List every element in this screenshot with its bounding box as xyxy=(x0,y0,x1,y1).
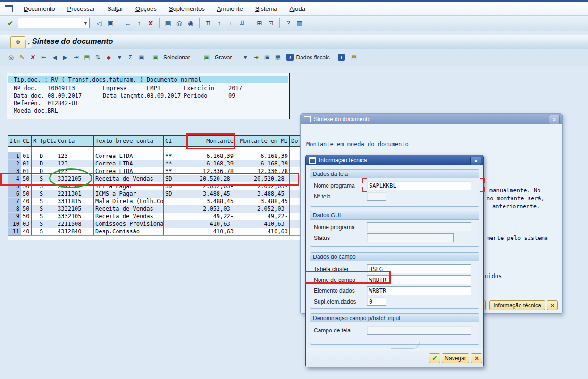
table-row[interactable]: 301D123Correa LTDA**12.336,7812.336,78 xyxy=(8,167,302,175)
page-down-button[interactable]: ↓ xyxy=(225,18,236,29)
command-dropdown-icon[interactable]: ▼ xyxy=(82,18,89,28)
print-button[interactable]: ▤ xyxy=(162,18,174,29)
shortcut-button[interactable]: ⊡ xyxy=(265,18,277,29)
table-row[interactable]: 950S3332105Receita de Vendas49,22-49,22- xyxy=(8,213,302,220)
screen-title-bar: ❖ ▾ Síntese do documento xyxy=(0,35,588,50)
program-name-field[interactable]: SAPLKKBL xyxy=(367,181,471,190)
field-label: Nome programa xyxy=(314,224,367,231)
save-button[interactable]: ▣ xyxy=(105,18,116,29)
print-icon[interactable]: ▤ xyxy=(82,52,92,63)
col-header-montante-mi[interactable]: Montante em MI xyxy=(235,136,290,146)
change-document-icon[interactable]: ✎ xyxy=(17,52,27,63)
col-header-conta[interactable]: Conta xyxy=(56,136,94,146)
table-row[interactable]: 740S3311815Mala Direta (Folh.Co3.488,453… xyxy=(8,198,302,205)
menu-ambiente[interactable]: Ambiente xyxy=(211,4,249,13)
window-menu-icon[interactable] xyxy=(5,5,13,12)
post-icon[interactable]: ◆ xyxy=(103,52,114,63)
find-button[interactable]: ◎ xyxy=(174,18,185,29)
help-text-fragment: mente pelo sistema xyxy=(487,235,548,241)
table-row[interactable]: 101D123Correa LTDA**6.168,396.168,39 xyxy=(8,152,302,160)
exit-button[interactable]: ↑ xyxy=(134,18,145,29)
table-row[interactable]: 550S2211302IPI a PagarSD2.052,03-2.052,0… xyxy=(8,182,302,190)
sort-icon[interactable]: ⇅ xyxy=(92,52,103,63)
menu-suplementos[interactable]: Suplementos xyxy=(163,4,211,13)
data-element-field[interactable]: WRBTR xyxy=(367,286,471,295)
menu-opcoes[interactable]: Opções xyxy=(129,4,163,13)
delete-icon[interactable]: ✘ xyxy=(27,52,38,63)
field-name-field[interactable]: WRBTR xyxy=(367,275,471,284)
standard-toolbar: ✔ ▼ ◁ ▣ ← ↑ ✘ ▤ ◎ ◉ ⇈ ↑ ↓ ⇊ ⊞ ⊡ ? ▥ xyxy=(0,16,588,31)
gui-program-field[interactable] xyxy=(367,222,471,231)
navegar-button[interactable]: Navegar xyxy=(442,353,469,363)
note-icon[interactable]: ▤ xyxy=(349,52,360,63)
group-dados-da-tela: Dados da tela Nome programa SAPLKKBL Nº … xyxy=(310,169,479,207)
customize-button[interactable]: ▥ xyxy=(294,18,305,29)
first-item-icon[interactable]: ⇤ xyxy=(38,52,49,63)
cancel-icon[interactable]: × xyxy=(471,353,482,363)
col-header-cl[interactable]: CL xyxy=(21,136,32,146)
document-header-line: Moeda doc. BRL xyxy=(7,107,289,115)
page-up-button[interactable]: ↑ xyxy=(214,18,225,29)
dialog-title-bar[interactable]: Síntese do documento xyxy=(301,114,562,124)
selecionar-button[interactable]: ▣ Selecionar xyxy=(147,51,193,64)
table-row[interactable]: 650S2211301ICMS a PagarSD3.488,45-3.488,… xyxy=(8,190,302,198)
services-object-button[interactable]: ❖ xyxy=(10,36,25,48)
last-page-button[interactable]: ⇊ xyxy=(236,18,248,29)
screen-field-field[interactable] xyxy=(367,326,471,335)
back-triangle-icon[interactable]: ◁ xyxy=(93,18,105,29)
col-header-montante[interactable]: Montante xyxy=(175,136,235,146)
first-page-button[interactable]: ⇈ xyxy=(202,18,214,29)
filter-icon[interactable]: ▼ xyxy=(114,52,125,63)
col-header-r[interactable]: R xyxy=(32,136,38,146)
info-icon[interactable]: i xyxy=(338,54,345,61)
data-element-suppl-field[interactable]: 0 xyxy=(367,297,386,306)
calculator-icon[interactable]: ▦ xyxy=(272,52,283,63)
cluster-table-field[interactable]: BSEG xyxy=(367,264,471,273)
menu-saltar[interactable]: Saltar xyxy=(101,4,129,13)
services-object-dropdown-icon[interactable]: ▾ xyxy=(25,40,32,48)
menu-documento[interactable]: Documento xyxy=(17,4,61,13)
help-button[interactable]: ? xyxy=(283,18,294,29)
cancel-button[interactable]: ✘ xyxy=(145,18,156,29)
copy-icon[interactable]: ▣ xyxy=(136,52,147,63)
filter-values-icon[interactable]: ▼ xyxy=(240,52,251,63)
col-header-ci[interactable]: CI xyxy=(164,136,175,146)
last-item-icon[interactable]: ⇥ xyxy=(71,52,82,63)
col-header-tpcta[interactable]: TpCta xyxy=(38,136,56,146)
field-row: Supl.elem.dados 0 xyxy=(310,296,479,307)
find-next-button[interactable]: ◉ xyxy=(185,18,196,29)
new-session-button[interactable]: ⊞ xyxy=(254,18,265,29)
sum-icon[interactable]: Σ xyxy=(125,52,136,63)
enter-button[interactable]: ✔ xyxy=(5,18,16,29)
back-button[interactable]: ← xyxy=(122,18,134,29)
technical-info-button[interactable]: Informação técnica xyxy=(489,300,545,310)
menu-sistema[interactable]: Sistema xyxy=(249,4,284,13)
field-label: Elemento dados xyxy=(314,288,367,294)
close-icon[interactable]: × xyxy=(470,157,481,165)
menu-ajuda[interactable]: Ajuda xyxy=(284,4,311,13)
document-date: 08.09.2017 xyxy=(48,92,103,99)
confirm-button[interactable]: ✔ xyxy=(429,353,440,363)
next-item-icon[interactable]: ▶ xyxy=(60,52,71,63)
table-row[interactable]: 201D123Correa LTDA**6.168,396.168,39 xyxy=(8,160,302,167)
command-field[interactable]: ▼ xyxy=(18,18,90,28)
col-header-itm[interactable]: Itm xyxy=(8,136,21,146)
dialog-title-bar[interactable]: Informação técnica xyxy=(306,155,483,165)
screen-number-field[interactable] xyxy=(367,192,386,201)
table-row[interactable]: 1140S4312840Desp.Comissão410,63410,63 xyxy=(8,228,302,235)
table-row[interactable]: 850S3332105Receita de Vendas2.052,03-2.0… xyxy=(8,205,302,213)
dados-fiscais-button[interactable]: i Dados fiscais xyxy=(283,53,333,62)
table-row-highlighted[interactable]: 450S3332105Receita de VendasSD20.520,28-… xyxy=(8,175,302,182)
menu-processar[interactable]: Processar xyxy=(61,4,101,13)
gui-status-field[interactable] xyxy=(367,233,454,242)
previous-item-icon[interactable]: ◀ xyxy=(49,52,60,63)
gravar-button[interactable]: ▣ Gravar xyxy=(198,51,235,64)
col-header-texto[interactable]: Texto breve conta xyxy=(94,136,164,146)
table-row[interactable]: 1003S2211508Comissoes Provisiona410,63-4… xyxy=(8,220,302,228)
copy-layout-icon[interactable]: ▣ xyxy=(261,52,272,63)
fiscal-year: 2017 xyxy=(228,84,242,92)
close-icon[interactable]: × xyxy=(549,115,560,124)
display-document-icon[interactable]: ◎ xyxy=(6,52,17,63)
cancel-icon[interactable]: × xyxy=(547,300,558,310)
export-icon[interactable]: ➔ xyxy=(251,52,261,63)
